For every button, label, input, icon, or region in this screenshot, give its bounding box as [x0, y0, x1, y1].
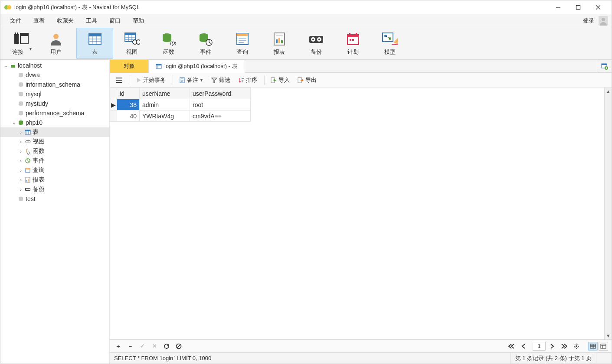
scroll-down-icon[interactable]: ▾ — [605, 332, 612, 339]
cell-username[interactable]: YWRtaW4g — [140, 110, 190, 122]
login-link[interactable]: 登录 — [580, 17, 597, 25]
prev-page-button[interactable] — [519, 341, 528, 351]
minimize-button[interactable] — [548, 0, 568, 14]
vertical-scrollbar[interactable]: ▴ ▾ — [604, 88, 612, 339]
main-toolbar: 连接▼ 用户 表 视图 f(x) 函数 事件 查询 报表 备份 计划 模型 — [0, 27, 612, 60]
tree-tables[interactable]: ›表 — [0, 127, 109, 137]
menu-help[interactable]: 帮助 — [127, 14, 150, 27]
table-row[interactable]: ▶ 38 admin root — [110, 99, 251, 110]
tree-db-test[interactable]: test — [0, 194, 109, 204]
view-icon — [24, 139, 32, 145]
tb-user[interactable]: 用户 — [41, 28, 71, 59]
cell-userpassword[interactable]: root — [190, 99, 251, 110]
cell-username[interactable]: admin — [140, 99, 190, 110]
tree-reports[interactable]: ›报表 — [0, 175, 109, 185]
close-button[interactable] — [588, 0, 608, 14]
avatar-icon[interactable] — [599, 16, 608, 26]
form-view-button[interactable] — [599, 342, 608, 351]
data-grid[interactable]: id userName userPassword ▶ 38 admin root — [110, 88, 251, 122]
first-page-button[interactable] — [507, 341, 516, 351]
row-marker-header — [110, 88, 117, 99]
menu-window[interactable]: 窗口 — [103, 14, 127, 27]
memo-button[interactable]: 备注▼ — [176, 74, 207, 87]
tb-backup[interactable]: 备份 — [298, 28, 334, 59]
column-header-userpassword[interactable]: userPassword — [190, 88, 251, 99]
expand-icon[interactable]: › — [18, 139, 24, 144]
expand-icon[interactable]: › — [18, 177, 24, 182]
tb-model[interactable]: 模型 — [371, 28, 408, 59]
tree-views[interactable]: ›视图 — [0, 137, 109, 146]
menu-file[interactable]: 文件 — [4, 14, 27, 27]
cell-id[interactable]: 38 — [117, 99, 140, 110]
svg-rect-14 — [89, 34, 101, 36]
tree-events[interactable]: ›事件 — [0, 156, 109, 166]
svg-rect-8 — [15, 32, 16, 35]
database-icon — [17, 72, 25, 78]
tb-connect[interactable]: 连接▼ — [4, 28, 41, 59]
cell-userpassword[interactable]: cm9vdA== — [190, 110, 251, 122]
tb-backup-label: 备份 — [311, 48, 322, 56]
tab-objects[interactable]: 对象 — [110, 60, 149, 73]
expand-icon[interactable]: › — [18, 149, 24, 154]
tree-backups[interactable]: ›备份 — [0, 185, 109, 194]
database-icon — [17, 91, 25, 97]
collapse-icon[interactable]: ⌄ — [3, 63, 9, 68]
tab-login-table[interactable]: login @php10 (localhost) - 表 — [149, 60, 245, 73]
tree-queries[interactable]: ›查询 — [0, 166, 109, 175]
add-record-button[interactable]: ＋ — [113, 341, 123, 351]
tb-schedule[interactable]: 计划 — [334, 28, 371, 59]
tree-connection[interactable]: ⌄ localhost — [0, 61, 109, 70]
expand-icon[interactable]: › — [18, 130, 24, 135]
play-icon — [136, 78, 141, 83]
last-page-button[interactable] — [560, 341, 569, 351]
next-page-button[interactable] — [547, 341, 557, 351]
connection-icon — [9, 62, 17, 68]
tree-db-mysql[interactable]: mysql — [0, 89, 109, 99]
cell-id[interactable]: 40 — [117, 110, 140, 122]
memo-icon — [179, 77, 185, 83]
import-button[interactable]: 导入 — [267, 74, 293, 87]
tree-db-php10[interactable]: ⌄ php10 — [0, 118, 109, 127]
window-controls — [548, 0, 608, 14]
begin-transaction-button[interactable]: 开始事务 — [133, 74, 169, 87]
settings-button[interactable] — [572, 341, 581, 351]
expand-icon[interactable]: › — [18, 168, 24, 173]
cancel-button[interactable]: ✕ — [150, 341, 159, 351]
filter-button[interactable]: 筛选 — [208, 74, 234, 87]
collapse-icon[interactable]: ⌄ — [11, 120, 17, 126]
import-icon — [271, 77, 277, 83]
tb-report[interactable]: 报表 — [261, 28, 298, 59]
page-input[interactable] — [533, 342, 546, 351]
menu-view[interactable]: 查看 — [27, 14, 51, 27]
menu-favorites[interactable]: 收藏夹 — [51, 14, 80, 27]
tree-db-information-schema[interactable]: information_schema — [0, 80, 109, 89]
expand-icon[interactable]: › — [18, 158, 24, 163]
scroll-up-icon[interactable]: ▴ — [605, 88, 612, 95]
delete-record-button[interactable]: － — [125, 341, 135, 351]
tb-function[interactable]: f(x) 函数 — [150, 28, 187, 59]
expand-icon[interactable]: › — [18, 187, 24, 192]
grid-view-button[interactable] — [588, 342, 598, 351]
tab-add-button[interactable] — [597, 60, 612, 72]
tree-db-performance-schema[interactable]: performance_schema — [0, 108, 109, 118]
add-tab-icon — [601, 63, 608, 70]
tree-functions[interactable]: ›f()函数 — [0, 146, 109, 156]
tb-query[interactable]: 查询 — [224, 28, 261, 59]
app-icon — [4, 3, 12, 11]
tb-table[interactable]: 表 — [76, 28, 113, 59]
column-header-username[interactable]: userName — [140, 88, 190, 99]
table-row[interactable]: 40 YWRtaW4g cm9vdA== — [110, 110, 251, 122]
tree-db-mystudy[interactable]: mystudy — [0, 99, 109, 108]
maximize-button[interactable] — [568, 0, 588, 14]
column-header-id[interactable]: id — [117, 88, 140, 99]
export-button[interactable]: 导出 — [294, 74, 320, 87]
menu-tools[interactable]: 工具 — [80, 14, 103, 27]
hamburger-button[interactable] — [112, 74, 126, 87]
stop-button[interactable] — [174, 341, 183, 351]
sort-button[interactable]: 排序 — [235, 74, 261, 87]
tree-db-dvwa[interactable]: dvwa — [0, 70, 109, 80]
apply-button[interactable]: ✓ — [137, 341, 147, 351]
tb-event[interactable]: 事件 — [187, 28, 224, 59]
refresh-button[interactable] — [162, 341, 171, 351]
tb-view[interactable]: 视图 — [113, 28, 150, 59]
